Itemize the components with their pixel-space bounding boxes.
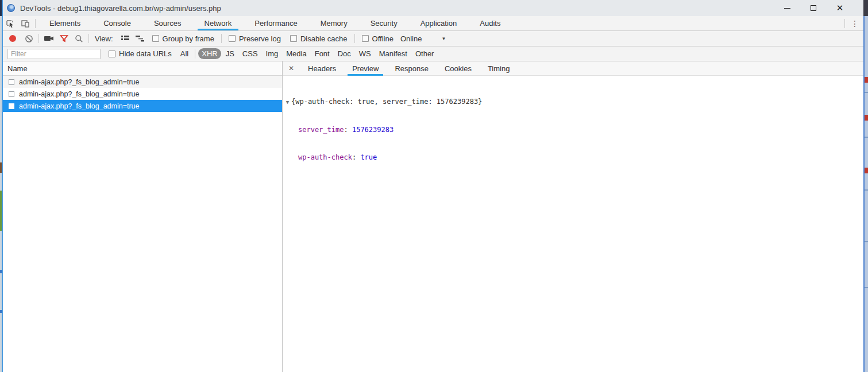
tab-response[interactable]: Response — [387, 61, 437, 76]
hide-data-urls-option: Hide data URLs — [109, 49, 172, 58]
devtools-logo-icon — [7, 4, 15, 12]
request-name: admin-ajax.php?_fs_blog_admin=true — [19, 78, 140, 86]
tab-console[interactable]: Console — [92, 16, 142, 30]
chevron-down-icon[interactable]: ▼ — [441, 36, 446, 41]
separator — [38, 34, 39, 43]
expand-triangle-icon[interactable]: ▼ — [284, 98, 291, 107]
offline-label: Offline — [372, 34, 394, 43]
offline-option: Offline — [362, 34, 394, 43]
use-large-rows-button[interactable] — [118, 32, 133, 46]
json-summary: {wp-auth-check: true, server_time: 15762… — [291, 97, 482, 106]
filter-type-xhr[interactable]: XHR — [198, 48, 221, 59]
filter-type-all[interactable]: All — [177, 48, 192, 59]
request-row[interactable]: admin-ajax.php?_fs_blog_admin=true — [3, 76, 282, 88]
window-controls: ✕ — [774, 0, 863, 16]
clear-icon — [25, 34, 33, 43]
separator — [844, 19, 845, 28]
separator — [35, 19, 36, 28]
close-icon: ✕ — [288, 64, 294, 72]
filter-button[interactable] — [56, 32, 71, 46]
tab-security[interactable]: Security — [359, 16, 409, 30]
capture-screenshots-button[interactable] — [41, 32, 56, 46]
filter-type-manifest[interactable]: Manifest — [376, 48, 411, 59]
more-options-kebab-icon[interactable]: ⋮ — [847, 19, 862, 28]
json-property: wp-auth-check: true — [283, 153, 863, 162]
disable-cache-option: Disable cache — [290, 34, 348, 43]
tab-timing[interactable]: Timing — [480, 61, 518, 76]
property-key: wp-auth-check — [298, 153, 352, 162]
request-name: admin-ajax.php?_fs_blog_admin=true — [19, 90, 140, 98]
filter-type-js[interactable]: JS — [222, 48, 238, 59]
request-row[interactable]: admin-ajax.php?_fs_blog_admin=true — [3, 88, 282, 100]
device-toolbar-icon — [21, 19, 30, 28]
search-icon — [75, 34, 83, 43]
filter-type-ws[interactable]: WS — [356, 48, 375, 59]
separator — [195, 49, 195, 59]
name-column-header[interactable]: Name — [3, 61, 282, 76]
network-main-area: Name admin-ajax.php?_fs_blog_admin=true … — [3, 61, 863, 372]
filter-type-font[interactable]: Font — [311, 48, 333, 59]
search-button[interactable] — [71, 32, 86, 46]
background-segment — [865, 92, 868, 93]
group-by-frame-checkbox[interactable] — [152, 35, 159, 42]
preview-pane: ▼ {wp-auth-check: true, server_time: 157… — [283, 76, 863, 372]
disable-cache-label: Disable cache — [300, 34, 348, 43]
camera-icon — [44, 34, 54, 42]
record-network-log-button[interactable] — [9, 35, 16, 42]
devtools-window: DevTools - debug1.thiagovarella.com.br/w… — [3, 0, 863, 372]
tab-network[interactable]: Network — [193, 16, 244, 30]
background-segment — [865, 137, 868, 138]
device-toolbar-button[interactable] — [18, 16, 33, 30]
filter-type-other[interactable]: Other — [412, 48, 438, 59]
filter-type-css[interactable]: CSS — [239, 48, 261, 59]
minimize-icon — [784, 8, 790, 9]
filter-funnel-icon — [60, 34, 68, 42]
request-row-selected[interactable]: admin-ajax.php?_fs_blog_admin=true — [3, 100, 282, 112]
separator — [88, 34, 89, 43]
property-separator: : — [352, 153, 360, 162]
preserve-log-checkbox[interactable] — [229, 35, 236, 42]
offline-checkbox[interactable] — [362, 35, 369, 42]
tab-application[interactable]: Application — [409, 16, 469, 30]
tab-cookies[interactable]: Cookies — [437, 61, 480, 76]
property-separator: : — [344, 125, 352, 134]
json-property: server_time: 1576239283 — [283, 125, 863, 134]
tab-sources[interactable]: Sources — [142, 16, 193, 30]
property-value: true — [360, 153, 377, 162]
separator — [221, 34, 222, 43]
background-scroll-mark — [865, 168, 868, 173]
tab-audits[interactable]: Audits — [468, 16, 512, 30]
show-overview-button[interactable] — [133, 32, 148, 46]
clear-button[interactable] — [21, 32, 36, 46]
filter-type-img[interactable]: Img — [263, 48, 282, 59]
background-segment — [865, 241, 868, 242]
request-file-icon — [9, 103, 14, 109]
background-sliver-right — [863, 0, 868, 372]
view-label: View: — [95, 34, 113, 43]
property-value: 1576239283 — [352, 125, 394, 134]
close-button[interactable]: ✕ — [827, 0, 853, 16]
close-detail-button[interactable]: ✕ — [283, 64, 300, 72]
filter-type-media[interactable]: Media — [283, 48, 310, 59]
property-key: server_time — [298, 125, 344, 134]
tab-headers[interactable]: Headers — [300, 61, 344, 76]
preserve-log-label: Preserve log — [239, 34, 281, 43]
maximize-button[interactable] — [800, 0, 827, 16]
devtools-tab-bar: Elements Console Sources Network Perform… — [3, 16, 863, 31]
throttling-select[interactable]: Online — [400, 34, 422, 43]
tab-memory[interactable]: Memory — [309, 16, 359, 30]
disable-cache-checkbox[interactable] — [290, 35, 297, 42]
hide-data-urls-checkbox[interactable] — [109, 51, 115, 57]
background-segment — [863, 0, 868, 16]
network-toolbar: View: Group by frame — [3, 31, 863, 46]
maximize-icon — [811, 5, 816, 11]
minimize-button[interactable] — [774, 0, 800, 16]
filter-type-doc[interactable]: Doc — [334, 48, 354, 59]
filter-input[interactable] — [7, 49, 101, 59]
inspect-element-button[interactable] — [3, 16, 18, 30]
tab-preview[interactable]: Preview — [344, 61, 387, 76]
tab-elements[interactable]: Elements — [38, 16, 92, 30]
tab-performance[interactable]: Performance — [243, 16, 308, 30]
group-by-frame-option: Group by frame — [152, 34, 214, 43]
background-window-border — [863, 16, 865, 372]
